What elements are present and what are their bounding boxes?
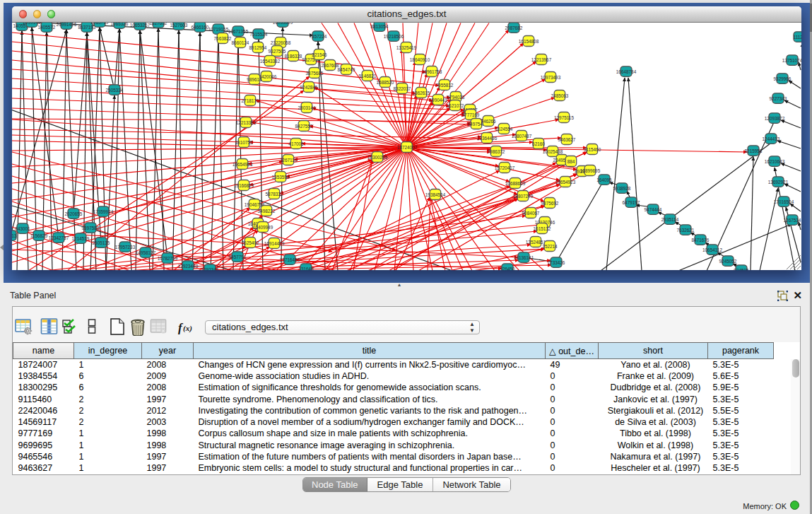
- svg-text:8637193: 8637193: [78, 24, 96, 29]
- svg-text:9245052: 9245052: [719, 258, 737, 263]
- svg-text:8912954: 8912954: [249, 45, 267, 49]
- svg-text:1990443: 1990443: [430, 97, 447, 102]
- svg-text:131648: 131648: [298, 266, 314, 270]
- svg-text:1527602: 1527602: [150, 23, 167, 25]
- svg-text:1615132: 1615132: [534, 226, 551, 230]
- svg-text:1214519: 1214519: [72, 235, 90, 240]
- svg-text:17957233: 17957233: [115, 244, 136, 249]
- svg-text:1588520: 1588520: [377, 79, 394, 84]
- svg-text:164095: 164095: [596, 177, 612, 182]
- svg-text:12342737: 12342737: [49, 235, 69, 240]
- svg-text:6794028: 6794028: [447, 94, 465, 99]
- svg-text:6466160: 6466160: [192, 24, 209, 29]
- svg-text:9327505: 9327505: [269, 48, 286, 53]
- svg-text:16210643: 16210643: [765, 158, 785, 163]
- svg-text:3498222: 3498222: [258, 208, 276, 213]
- svg-text:13751074: 13751074: [782, 57, 801, 62]
- svg-text:10719155: 10719155: [208, 26, 229, 31]
- svg-text:14958127: 14958127: [136, 250, 156, 255]
- svg-text:3875685: 3875685: [306, 70, 324, 75]
- svg-text:2718170: 2718170: [242, 98, 259, 103]
- svg-text:19654983: 19654983: [233, 161, 253, 166]
- svg-text:13692921: 13692921: [768, 179, 789, 184]
- svg-text:13716485: 13716485: [280, 257, 300, 262]
- svg-text:10653267: 10653267: [130, 23, 151, 28]
- svg-text:17359924: 17359924: [93, 209, 114, 214]
- svg-text:19654923: 19654923: [555, 179, 576, 184]
- svg-text:16961758: 16961758: [422, 69, 442, 74]
- svg-text:15720407: 15720407: [495, 165, 515, 170]
- svg-text:417006: 417006: [288, 141, 304, 146]
- svg-text:1267534: 1267534: [784, 217, 801, 222]
- svg-text:16409949: 16409949: [253, 224, 273, 229]
- svg-text:9875692: 9875692: [541, 200, 559, 205]
- svg-text:10899695: 10899695: [580, 168, 601, 173]
- svg-text:8454749: 8454749: [338, 66, 355, 71]
- svg-text:62160: 62160: [532, 141, 545, 146]
- svg-text:2803144: 2803144: [298, 105, 316, 110]
- svg-text:10782759: 10782759: [158, 255, 178, 260]
- svg-text:21364436: 21364436: [477, 135, 498, 140]
- svg-text:8471676: 8471676: [692, 237, 710, 242]
- svg-text:16033809: 16033809: [273, 23, 293, 25]
- svg-text:10973493: 10973493: [541, 74, 561, 79]
- svg-text:18724007: 18724007: [397, 144, 418, 149]
- svg-text:9777169: 9777169: [462, 112, 480, 117]
- svg-text:884: 884: [567, 158, 575, 163]
- svg-text:9115460: 9115460: [584, 146, 601, 151]
- svg-text:7485063: 7485063: [551, 93, 569, 98]
- svg-text:989614: 989614: [247, 76, 262, 81]
- svg-text:1405572: 1405572: [38, 24, 56, 29]
- svg-text:13325419: 13325419: [396, 45, 417, 49]
- svg-text:7632621: 7632621: [677, 227, 695, 232]
- svg-text:9397588: 9397588: [82, 225, 100, 230]
- svg-text:10025438: 10025438: [543, 148, 563, 153]
- svg-text:9457791: 9457791: [229, 254, 247, 259]
- svg-text:23226058: 23226058: [271, 40, 291, 45]
- svg-text:8186328: 8186328: [285, 53, 302, 58]
- svg-text:1810755: 1810755: [235, 139, 253, 144]
- svg-text:8813054: 8813054: [371, 23, 389, 28]
- svg-text:1156829: 1156829: [30, 233, 48, 238]
- svg-text:1362615: 1362615: [413, 90, 430, 95]
- svg-text:1621072: 1621072: [447, 103, 464, 107]
- svg-text:926450: 926450: [500, 266, 515, 270]
- svg-text:10671355: 10671355: [228, 28, 249, 33]
- svg-text:7515524: 7515524: [250, 31, 268, 36]
- svg-text:8660124: 8660124: [232, 40, 249, 45]
- svg-text:7955812: 7955812: [436, 82, 454, 87]
- svg-text:18640910: 18640910: [410, 57, 430, 62]
- svg-text:1527603: 1527603: [170, 23, 188, 28]
- svg-text:9146821: 9146821: [359, 73, 377, 78]
- svg-text:2505135: 2505135: [93, 240, 110, 245]
- svg-text:2505334: 2505334: [106, 87, 124, 92]
- svg-text:11125: 11125: [794, 34, 801, 39]
- svg-text:16154808: 16154808: [519, 38, 539, 43]
- svg-text:9242845: 9242845: [300, 84, 318, 89]
- svg-text:12213967: 12213967: [531, 57, 552, 62]
- svg-text:12213383: 12213383: [236, 119, 257, 124]
- svg-text:8215958: 8215958: [745, 148, 763, 153]
- svg-text:9474444: 9474444: [645, 206, 662, 211]
- svg-text:1733426: 1733426: [548, 259, 565, 264]
- svg-text:39113: 39113: [12, 233, 17, 238]
- svg-text:1353594: 1353594: [272, 174, 290, 179]
- svg-text:843001: 843001: [15, 226, 30, 230]
- svg-text:7357224: 7357224: [310, 33, 327, 38]
- svg-text:10654112: 10654112: [702, 247, 722, 252]
- svg-text:1292345: 1292345: [201, 267, 219, 270]
- svg-text:7663822: 7663822: [214, 35, 232, 40]
- svg-text:10688609: 10688609: [505, 180, 526, 185]
- svg-text:221546: 221546: [312, 52, 327, 57]
- svg-text:19218506: 19218506: [384, 33, 404, 38]
- svg-text:19384554: 19384554: [425, 192, 446, 197]
- svg-text:2063719: 2063719: [91, 23, 109, 25]
- svg-text:924505: 924505: [734, 267, 749, 270]
- svg-text:252214: 252214: [542, 243, 558, 248]
- svg-text:2087682: 2087682: [505, 25, 523, 30]
- svg-text:6479197: 6479197: [623, 199, 640, 204]
- svg-text:18807249: 18807249: [513, 193, 534, 198]
- svg-text:9329966: 9329966: [774, 76, 792, 81]
- svg-text:2867608: 2867608: [322, 62, 339, 67]
- svg-text:19166829: 19166829: [234, 182, 254, 187]
